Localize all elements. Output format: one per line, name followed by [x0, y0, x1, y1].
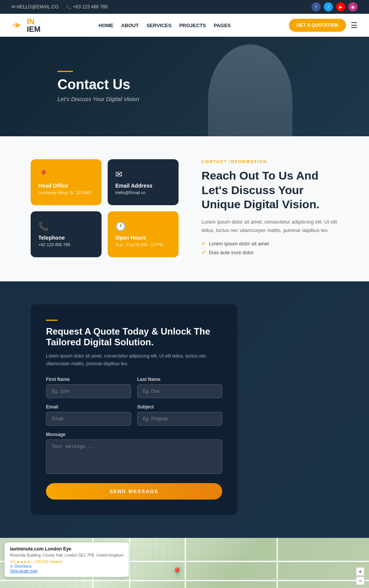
email-subject-row: Email Subject — [46, 404, 222, 426]
map-road — [129, 538, 130, 588]
quotation-button[interactable]: GET A QUOTATION — [289, 19, 346, 32]
social-icons: f t ▶ ◉ — [312, 2, 358, 11]
head-office-address: Lumbung Hidup St. 123 ABC — [38, 190, 94, 195]
last-name-input[interactable] — [137, 384, 222, 398]
email-contact: ✉ HELLO@EMAIL.CO — [11, 4, 58, 10]
view-larger-map-link[interactable]: View larger map — [10, 569, 38, 573]
contact-heading: Reach Out To Us And Let's Discuss Your U… — [202, 168, 338, 212]
first-name-input[interactable] — [46, 384, 131, 398]
email-card: ✉ Email Address Hello@Email.co — [108, 159, 179, 205]
email-card-title: Email Address — [115, 183, 171, 189]
navbar: INIEM HOME ABOUT SERVICES PROJECTS PAGES… — [0, 14, 369, 37]
subject-group: Subject — [137, 404, 222, 426]
head-office-card: 📍 Head Office Lumbung Hidup St. 123 ABC — [31, 159, 102, 205]
nav-pages[interactable]: PAGES — [214, 23, 231, 28]
contact-text: CONTACT INFORMATION Reach Out To Us And … — [202, 159, 338, 258]
hero-subtitle: Let's Discuss Your Digital Vision — [57, 96, 139, 102]
map-background: 📍 lastminute.com London Eye Riverside Bu… — [0, 538, 369, 588]
email-input[interactable] — [46, 412, 131, 426]
check-item-1: Lorem ipsum dolor sit amet — [202, 241, 338, 247]
map-section[interactable]: 📍 lastminute.com London Eye Riverside Bu… — [0, 538, 369, 588]
message-label: Message — [46, 432, 222, 437]
open-hours-sub: Sun - Frid 08 AM - 10 PM — [115, 242, 171, 247]
nav-services[interactable]: SERVICES — [146, 23, 172, 28]
quote-accent-line — [46, 320, 57, 321]
open-hours-title: Open Hours — [115, 235, 171, 241]
quote-section: Request A Quote Today & Unlock The Tailo… — [0, 281, 369, 538]
first-name-label: First Name — [46, 377, 131, 382]
logo-bird-icon — [11, 19, 24, 31]
logo[interactable]: INIEM — [11, 18, 41, 33]
zoom-out-button[interactable]: − — [356, 577, 364, 585]
nav-about[interactable]: ABOUT — [121, 23, 139, 28]
telephone-icon: 📞 — [38, 222, 94, 232]
twitter-icon[interactable]: t — [324, 2, 333, 11]
youtube-icon[interactable]: ▶ — [336, 2, 345, 11]
email-icon: ✉ — [115, 170, 171, 180]
email-card-sub: Hello@Email.co — [115, 190, 171, 195]
top-bar-left: ✉ HELLO@EMAIL.CO 📞 +63 123 486 789 — [11, 4, 108, 10]
check-item-2: Duis aute irure dolor — [202, 250, 338, 255]
subject-label: Subject — [137, 404, 222, 410]
hero-title: Contact Us — [57, 77, 139, 93]
telephone-card: 📞 Telephone +62 123 456 789 — [31, 211, 102, 257]
nav-links: HOME ABOUT SERVICES PROJECTS PAGES — [98, 23, 231, 28]
location-icon: 📍 — [38, 170, 94, 180]
map-zoom-controls: + − — [356, 567, 364, 585]
send-button[interactable]: SEND MESSAGE — [46, 483, 222, 500]
contact-info-section: 📍 Head Office Lumbung Hidup St. 123 ABC … — [0, 136, 369, 281]
map-address: Riverside Building, County Hall, London … — [10, 552, 123, 558]
head-office-title: Head Office — [38, 183, 94, 189]
quote-heading: Request A Quote Today & Unlock The Tailo… — [46, 326, 222, 348]
hero-accent-line — [57, 71, 73, 72]
facebook-icon[interactable]: f — [312, 2, 321, 11]
last-name-label: Last Name — [137, 377, 222, 382]
hero-section: Contact Us Let's Discuss Your Digital Vi… — [0, 37, 369, 136]
zoom-in-button[interactable]: + — [356, 567, 364, 576]
contact-cards: 📍 Head Office Lumbung Hidup St. 123 ABC … — [31, 159, 179, 257]
quote-box: Request A Quote Today & Unlock The Tailo… — [31, 304, 238, 515]
section-label: CONTACT INFORMATION — [202, 159, 338, 164]
message-textarea[interactable] — [46, 439, 222, 474]
map-rating: 4.5 ★★★★☆ 139 542 reviews — [10, 560, 123, 564]
quote-body: Lorem ipsum dolor sit amet, consectetur … — [46, 352, 222, 368]
map-pin: 📍 — [172, 567, 182, 577]
check-list: Lorem ipsum dolor sit amet Duis aute iru… — [202, 241, 338, 255]
email-group: Email — [46, 404, 131, 426]
name-row: First Name Last Name — [46, 377, 222, 398]
phone-contact: 📞 +63 123 486 789 — [66, 4, 108, 10]
map-road — [185, 538, 186, 588]
map-info-box: lastminute.com London Eye Riverside Buil… — [5, 542, 129, 577]
contact-body: Lorem ipsum dolor sit amet, consectetur … — [202, 218, 338, 235]
last-name-group: Last Name — [137, 377, 222, 398]
hamburger-icon[interactable]: ☰ — [351, 21, 358, 30]
logo-text: INIEM — [27, 18, 41, 33]
telephone-number: +62 123 456 789 — [38, 242, 94, 247]
directions-button[interactable]: ⟳ Directions — [10, 564, 31, 568]
map-place-title: lastminute.com London Eye — [10, 546, 123, 552]
message-group: Message — [46, 432, 222, 474]
instagram-icon[interactable]: ◉ — [348, 2, 358, 11]
top-bar: ✉ HELLO@EMAIL.CO 📞 +63 123 486 789 f t ▶… — [0, 0, 369, 14]
open-hours-card: 🕐 Open Hours Sun - Frid 08 AM - 10 PM — [108, 211, 179, 257]
first-name-group: First Name — [46, 377, 131, 398]
subject-input[interactable] — [137, 412, 222, 426]
hero-content: Contact Us Let's Discuss Your Digital Vi… — [0, 71, 197, 102]
email-label: Email — [46, 404, 131, 410]
nav-home[interactable]: HOME — [98, 23, 113, 28]
telephone-title: Telephone — [38, 235, 94, 241]
clock-icon: 🕐 — [115, 222, 171, 232]
nav-projects[interactable]: PROJECTS — [179, 23, 206, 28]
map-road — [277, 538, 278, 588]
